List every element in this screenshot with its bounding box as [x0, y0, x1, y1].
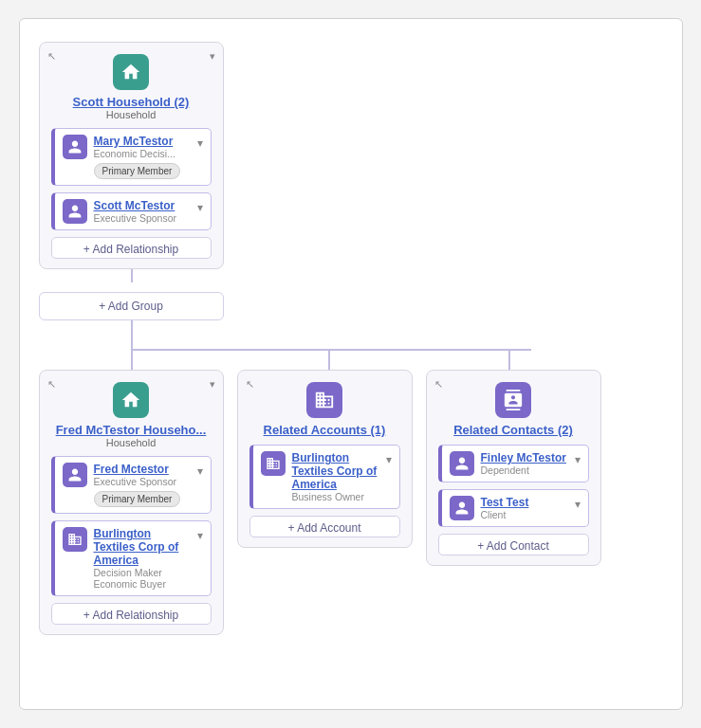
burlington-related-info: Burlington Textiles Corp of America Busi… [292, 451, 382, 502]
fred-title[interactable]: Fred McTestor Househo... [56, 423, 207, 437]
scott-name[interactable]: Scott McTestor [94, 199, 194, 212]
test-dropdown-icon[interactable]: ▾ [575, 498, 581, 511]
mary-name[interactable]: Mary McTestor [94, 135, 194, 148]
main-container: ↖ ▾ Scott Household (2) Household Mary M… [19, 18, 683, 710]
fred-member-role: Executive Sponsor [94, 476, 194, 487]
connectors-area [39, 320, 663, 370]
test-row: Test Test Client ▾ [438, 489, 589, 527]
scott-household-title[interactable]: Scott Household (2) [73, 95, 190, 109]
finley-row: Finley McTestor Dependent ▾ [438, 445, 589, 482]
scott-role: Executive Sponsor [94, 212, 194, 224]
connector-v1 [131, 269, 133, 282]
related-accounts-icon [306, 382, 342, 418]
burlington-info: Burlington Textiles Corp of America Deci… [94, 527, 194, 590]
related-contacts-title[interactable]: Related Contacts (2) [453, 423, 573, 437]
related-contacts-icon [495, 382, 531, 418]
mary-dropdown-icon[interactable]: ▾ [197, 136, 203, 150]
fred-member-name[interactable]: Fred Mctestor [94, 463, 194, 476]
add-group-wrap: + Add Group [39, 292, 663, 320]
fred-household-card: ↖ ▾ Fred McTestor Househo... Household F… [39, 370, 224, 635]
related-accounts-collapse-icon[interactable]: ↖ [246, 378, 254, 391]
burlington-role: Decision Maker Economic Buyer [94, 567, 194, 590]
add-relationship-fred[interactable]: + Add Relationship [51, 603, 212, 625]
burlington-related-role: Business Owner [292, 491, 382, 502]
burlington-related-row: Burlington Textiles Corp of America Busi… [249, 445, 400, 509]
finley-dropdown-icon[interactable]: ▾ [575, 453, 581, 466]
add-group-button[interactable]: + Add Group [39, 292, 224, 320]
fred-household-icon [113, 382, 149, 418]
expand-icon[interactable]: ▾ [210, 50, 215, 63]
scott-member-row: Scott McTestor Executive Sponsor ▾ [51, 192, 212, 230]
related-contacts-collapse-icon[interactable]: ↖ [434, 378, 443, 391]
add-relationship-top[interactable]: + Add Relationship [51, 237, 212, 259]
fred-badge: Primary Member [94, 491, 181, 507]
finley-role: Dependent [481, 464, 571, 476]
fred-collapse-icon[interactable]: ↖ [47, 378, 56, 391]
collapse-icon[interactable]: ↖ [47, 50, 56, 63]
mary-member-row: Mary McTestor Economic Decisi... Primary… [51, 128, 212, 186]
bottom-section: ↖ ▾ Fred McTestor Househo... Household F… [39, 370, 663, 635]
burlington-member-row: Burlington Textiles Corp of America Deci… [51, 520, 212, 596]
household-icon [113, 54, 149, 90]
mary-info: Mary McTestor Economic Decisi... Primary… [94, 135, 194, 179]
burlington-icon [63, 527, 87, 552]
scott-icon [63, 199, 87, 224]
mary-role: Economic Decisi... [94, 148, 194, 159]
related-contacts-card: ↖ Related Contacts (2) Finley McTestor D… [426, 370, 601, 566]
scott-info: Scott McTestor Executive Sponsor [94, 199, 194, 224]
test-info: Test Test Client [481, 496, 571, 520]
burlington-name[interactable]: Burlington Textiles Corp of America [94, 527, 194, 567]
test-role: Client [481, 509, 571, 520]
finley-info: Finley McTestor Dependent [481, 451, 571, 476]
related-accounts-title[interactable]: Related Accounts (1) [264, 423, 386, 437]
scott-dropdown-icon[interactable]: ▾ [197, 201, 203, 214]
fred-member-info: Fred Mctestor Executive Sponsor Primary … [94, 463, 194, 507]
fred-subtitle: Household [106, 437, 157, 448]
test-name[interactable]: Test Test [481, 496, 571, 509]
finley-name[interactable]: Finley McTestor [481, 451, 571, 464]
add-contact-button[interactable]: + Add Contact [438, 534, 589, 555]
burlington-dropdown-icon[interactable]: ▾ [197, 529, 203, 542]
fred-dropdown-icon[interactable]: ▾ [197, 464, 203, 478]
fred-expand-icon[interactable]: ▾ [210, 378, 215, 391]
burlington-related-icon [261, 451, 286, 476]
add-account-button[interactable]: + Add Account [249, 516, 400, 537]
fred-member-icon [63, 463, 87, 487]
mary-icon [63, 135, 87, 159]
scott-household-subtitle: Household [106, 109, 157, 120]
mary-badge: Primary Member [94, 163, 181, 179]
burlington-related-name[interactable]: Burlington Textiles Corp of America [292, 451, 382, 491]
scott-household-card: ↖ ▾ Scott Household (2) Household Mary M… [39, 42, 224, 269]
fred-member-row: Fred Mctestor Executive Sponsor Primary … [51, 456, 212, 514]
finley-icon [450, 451, 474, 476]
test-icon [450, 496, 474, 520]
burlington-related-dropdown-icon[interactable]: ▾ [386, 453, 392, 466]
related-accounts-card: ↖ Related Accounts (1) Burlington Textil… [237, 370, 413, 548]
